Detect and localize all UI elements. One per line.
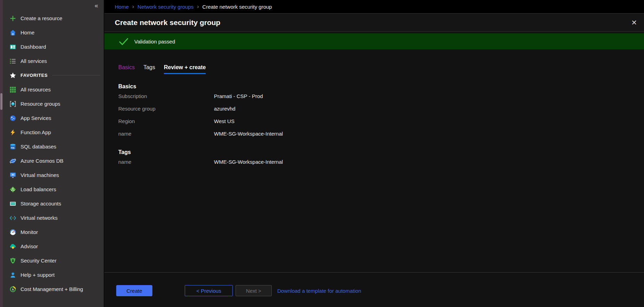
- breadcrumb: Home›Network security groups›Create netw…: [104, 0, 644, 13]
- sidebar-item-label: All services: [21, 58, 47, 64]
- breadcrumb-network-security-groups[interactable]: Network security groups: [137, 4, 193, 10]
- sidebar-item-label: Azure Cosmos DB: [21, 158, 63, 164]
- load-balancer-icon: [9, 186, 16, 193]
- summary-row-resource-group: Resource groupazurevhd: [118, 103, 644, 115]
- plus-icon: [9, 15, 16, 22]
- sidebar-item-monitor[interactable]: Monitor: [3, 225, 104, 239]
- download-template-link[interactable]: Download a template for automation: [277, 288, 361, 294]
- section-heading: Tags: [118, 149, 644, 155]
- tab-bar: BasicsTagsReview + create: [104, 64, 644, 74]
- svg-text:SQL: SQL: [11, 146, 15, 148]
- validation-banner-text: Validation passed: [134, 39, 175, 45]
- section-tags: TagsnameWME-SG-Workspace-Internal: [118, 149, 644, 168]
- collapse-sidebar-icon[interactable]: «: [95, 2, 98, 9]
- sidebar-item-label: Virtual machines: [21, 172, 59, 178]
- section-heading: Basics: [118, 83, 644, 90]
- tab-tags[interactable]: Tags: [143, 64, 155, 74]
- sidebar-item-azure-cosmos-db[interactable]: Azure Cosmos DB: [3, 154, 104, 168]
- summary-label: Resource group: [118, 106, 214, 112]
- summary-label: Subscription: [118, 93, 214, 99]
- storage-icon: [9, 200, 16, 207]
- sidebar-item-label: App Services: [21, 115, 51, 121]
- breadcrumb-home[interactable]: Home: [115, 4, 129, 10]
- summary-label: Region: [118, 118, 214, 124]
- sidebar-item-all-services[interactable]: All services: [3, 54, 104, 68]
- sidebar-item-home[interactable]: Home: [3, 25, 104, 40]
- sidebar-section-favorites: FAVORITES: [3, 68, 104, 82]
- sidebar-item-label: Dashboard: [21, 44, 46, 50]
- validation-banner: Validation passed: [104, 33, 644, 49]
- sidebar-item-label: Monitor: [21, 229, 38, 235]
- sidebar-item-function-app[interactable]: Function App: [3, 125, 104, 139]
- summary-label: name: [118, 159, 214, 165]
- sidebar-item-label: Cost Management + Billing: [21, 286, 83, 292]
- sidebar-item-advisor[interactable]: Advisor: [3, 239, 104, 253]
- tab-basics[interactable]: Basics: [118, 64, 135, 74]
- advisor-icon: [9, 243, 16, 250]
- home-icon: [9, 29, 16, 36]
- review-content: BasicsSubscriptionPramati - CSP - ProdRe…: [104, 83, 644, 168]
- help-icon: [9, 272, 16, 278]
- previous-button[interactable]: < Previous: [185, 285, 233, 296]
- list-icon: [9, 58, 16, 65]
- close-icon[interactable]: ✕: [631, 19, 637, 26]
- star-icon: [9, 72, 16, 79]
- dashboard-icon: [9, 43, 16, 50]
- summary-value: WME-SG-Workspace-Internal: [214, 131, 283, 137]
- sidebar-item-storage-accounts[interactable]: Storage accounts: [3, 196, 104, 211]
- globe-icon: [9, 115, 16, 122]
- sidebar-item-cost-management-billing[interactable]: $Cost Management + Billing: [3, 282, 104, 296]
- monitor-icon: [9, 172, 16, 179]
- planet-icon: [9, 157, 16, 164]
- sidebar-nav: Create a resourceHomeDashboardAll servic…: [3, 11, 104, 296]
- sidebar-item-load-balancers[interactable]: Load balancers: [3, 182, 104, 196]
- next-button[interactable]: Next >: [236, 285, 272, 296]
- sidebar-item-virtual-networks[interactable]: Virtual networks: [3, 211, 104, 225]
- sidebar: « Create a resourceHomeDashboardAll serv…: [3, 0, 104, 307]
- page-title: Create network security group: [115, 18, 220, 27]
- summary-row-name: nameWME-SG-Workspace-Internal: [118, 128, 644, 140]
- summary-row-subscription: SubscriptionPramati - CSP - Prod: [118, 90, 644, 102]
- breadcrumb-create-network-security-group: Create network security group: [202, 4, 272, 10]
- section-basics: BasicsSubscriptionPramati - CSP - ProdRe…: [118, 83, 644, 140]
- sidebar-item-all-resources[interactable]: All resources: [3, 82, 104, 97]
- tab-review-create[interactable]: Review + create: [164, 64, 206, 74]
- lightning-icon: [9, 129, 16, 136]
- scrollbar-thumb[interactable]: [0, 93, 2, 110]
- sidebar-item-label: All resources: [21, 87, 51, 92]
- grid-icon: [9, 86, 16, 93]
- breadcrumb-separator: ›: [132, 3, 134, 10]
- sidebar-item-label: Storage accounts: [21, 201, 61, 207]
- panel-header: Create network security group ✕: [104, 13, 644, 32]
- sidebar-item-sql-databases[interactable]: SQLSQL databases: [3, 139, 104, 154]
- sidebar-item-app-services[interactable]: App Services: [3, 111, 104, 125]
- sidebar-item-label: Help + support: [21, 272, 55, 278]
- sidebar-item-label: Security Center: [21, 258, 56, 264]
- sidebar-item-help-support[interactable]: Help + support: [3, 268, 104, 282]
- sidebar-item-label: Home: [21, 30, 34, 35]
- sidebar-item-label: SQL databases: [21, 144, 56, 150]
- sidebar-item-resource-groups[interactable]: Resource groups: [3, 97, 104, 111]
- sidebar-item-label: Virtual networks: [21, 215, 57, 221]
- footer: Create < Previous Next > Download a temp…: [104, 272, 644, 307]
- sidebar-item-label: Advisor: [21, 243, 38, 249]
- gauge-icon: [9, 229, 16, 236]
- summary-row-region: RegionWest US: [118, 115, 644, 127]
- sidebar-collapse-row: «: [3, 0, 104, 11]
- sidebar-item-dashboard[interactable]: Dashboard: [3, 40, 104, 54]
- shield-icon: [9, 257, 16, 264]
- checkmark-icon: [119, 38, 128, 45]
- sql-database-icon: SQL: [9, 143, 16, 150]
- cube-icon: [9, 100, 16, 107]
- summary-row-name: nameWME-SG-Workspace-Internal: [118, 156, 644, 168]
- section-divider: [53, 75, 100, 75]
- create-button[interactable]: Create: [116, 285, 152, 296]
- summary-value: West US: [214, 118, 234, 124]
- sidebar-item-virtual-machines[interactable]: Virtual machines: [3, 168, 104, 182]
- sidebar-item-create-a-resource[interactable]: Create a resource: [3, 11, 104, 25]
- sidebar-item-label: Function App: [21, 129, 51, 135]
- window-edge-strip: [0, 0, 3, 307]
- summary-value: WME-SG-Workspace-Internal: [214, 159, 283, 165]
- sidebar-item-security-center[interactable]: Security Center: [3, 253, 104, 268]
- footer-buttons-row: Create < Previous Next > Download a temp…: [116, 285, 644, 296]
